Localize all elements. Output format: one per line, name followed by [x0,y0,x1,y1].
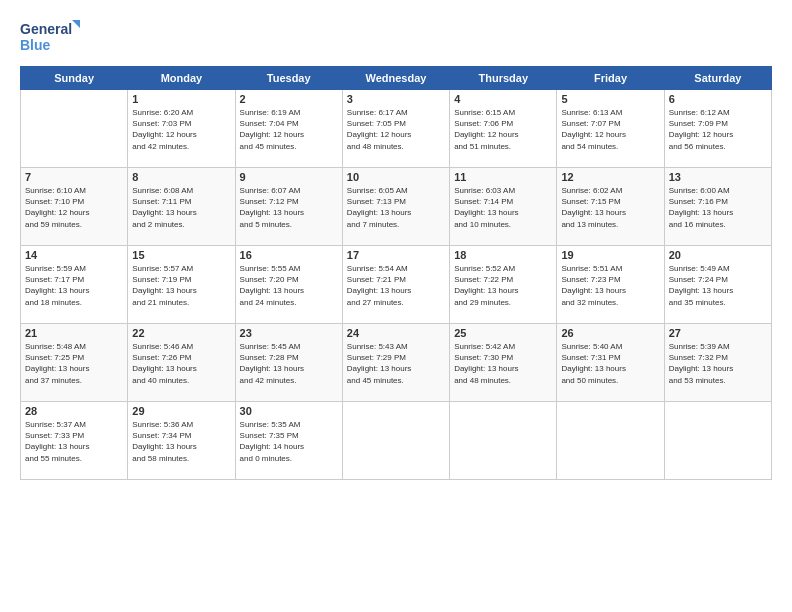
week-row-1: 1Sunrise: 6:20 AM Sunset: 7:03 PM Daylig… [21,90,772,168]
weekday-header-wednesday: Wednesday [342,67,449,90]
day-number: 19 [561,249,659,261]
day-number: 17 [347,249,445,261]
day-number: 1 [132,93,230,105]
day-number: 30 [240,405,338,417]
cell-info: Sunrise: 6:00 AM Sunset: 7:16 PM Dayligh… [669,185,767,230]
cell-info: Sunrise: 6:20 AM Sunset: 7:03 PM Dayligh… [132,107,230,152]
day-number: 27 [669,327,767,339]
weekday-header-friday: Friday [557,67,664,90]
calendar-cell: 23Sunrise: 5:45 AM Sunset: 7:28 PM Dayli… [235,324,342,402]
calendar-cell: 18Sunrise: 5:52 AM Sunset: 7:22 PM Dayli… [450,246,557,324]
cell-info: Sunrise: 5:57 AM Sunset: 7:19 PM Dayligh… [132,263,230,308]
day-number: 14 [25,249,123,261]
week-row-3: 14Sunrise: 5:59 AM Sunset: 7:17 PM Dayli… [21,246,772,324]
day-number: 13 [669,171,767,183]
day-number: 8 [132,171,230,183]
cell-info: Sunrise: 6:08 AM Sunset: 7:11 PM Dayligh… [132,185,230,230]
cell-info: Sunrise: 6:05 AM Sunset: 7:13 PM Dayligh… [347,185,445,230]
calendar-cell: 29Sunrise: 5:36 AM Sunset: 7:34 PM Dayli… [128,402,235,480]
calendar-cell: 4Sunrise: 6:15 AM Sunset: 7:06 PM Daylig… [450,90,557,168]
calendar-cell: 27Sunrise: 5:39 AM Sunset: 7:32 PM Dayli… [664,324,771,402]
cell-info: Sunrise: 5:36 AM Sunset: 7:34 PM Dayligh… [132,419,230,464]
calendar-cell: 20Sunrise: 5:49 AM Sunset: 7:24 PM Dayli… [664,246,771,324]
svg-text:Blue: Blue [20,37,51,53]
day-number: 28 [25,405,123,417]
weekday-header-tuesday: Tuesday [235,67,342,90]
cell-info: Sunrise: 5:43 AM Sunset: 7:29 PM Dayligh… [347,341,445,386]
cell-info: Sunrise: 6:15 AM Sunset: 7:06 PM Dayligh… [454,107,552,152]
cell-info: Sunrise: 5:51 AM Sunset: 7:23 PM Dayligh… [561,263,659,308]
day-number: 9 [240,171,338,183]
calendar-cell [342,402,449,480]
cell-info: Sunrise: 6:19 AM Sunset: 7:04 PM Dayligh… [240,107,338,152]
logo-svg: General Blue [20,18,80,56]
day-number: 6 [669,93,767,105]
day-number: 4 [454,93,552,105]
cell-info: Sunrise: 5:39 AM Sunset: 7:32 PM Dayligh… [669,341,767,386]
calendar-cell: 28Sunrise: 5:37 AM Sunset: 7:33 PM Dayli… [21,402,128,480]
weekday-header-sunday: Sunday [21,67,128,90]
calendar-cell: 6Sunrise: 6:12 AM Sunset: 7:09 PM Daylig… [664,90,771,168]
calendar-cell: 15Sunrise: 5:57 AM Sunset: 7:19 PM Dayli… [128,246,235,324]
day-number: 15 [132,249,230,261]
header: General Blue [20,18,772,56]
cell-info: Sunrise: 6:02 AM Sunset: 7:15 PM Dayligh… [561,185,659,230]
day-number: 12 [561,171,659,183]
calendar-cell: 1Sunrise: 6:20 AM Sunset: 7:03 PM Daylig… [128,90,235,168]
cell-info: Sunrise: 5:37 AM Sunset: 7:33 PM Dayligh… [25,419,123,464]
calendar-cell: 17Sunrise: 5:54 AM Sunset: 7:21 PM Dayli… [342,246,449,324]
calendar-cell: 21Sunrise: 5:48 AM Sunset: 7:25 PM Dayli… [21,324,128,402]
calendar-cell [450,402,557,480]
calendar-cell [664,402,771,480]
day-number: 29 [132,405,230,417]
logo: General Blue [20,18,80,56]
calendar-cell: 12Sunrise: 6:02 AM Sunset: 7:15 PM Dayli… [557,168,664,246]
cell-info: Sunrise: 6:12 AM Sunset: 7:09 PM Dayligh… [669,107,767,152]
calendar-table: SundayMondayTuesdayWednesdayThursdayFrid… [20,66,772,480]
calendar-cell [21,90,128,168]
cell-info: Sunrise: 5:52 AM Sunset: 7:22 PM Dayligh… [454,263,552,308]
cell-info: Sunrise: 5:46 AM Sunset: 7:26 PM Dayligh… [132,341,230,386]
cell-info: Sunrise: 6:13 AM Sunset: 7:07 PM Dayligh… [561,107,659,152]
calendar-cell: 19Sunrise: 5:51 AM Sunset: 7:23 PM Dayli… [557,246,664,324]
weekday-header-thursday: Thursday [450,67,557,90]
cell-info: Sunrise: 5:42 AM Sunset: 7:30 PM Dayligh… [454,341,552,386]
calendar-cell: 7Sunrise: 6:10 AM Sunset: 7:10 PM Daylig… [21,168,128,246]
calendar-cell: 9Sunrise: 6:07 AM Sunset: 7:12 PM Daylig… [235,168,342,246]
day-number: 10 [347,171,445,183]
calendar-cell: 30Sunrise: 5:35 AM Sunset: 7:35 PM Dayli… [235,402,342,480]
day-number: 18 [454,249,552,261]
cell-info: Sunrise: 5:54 AM Sunset: 7:21 PM Dayligh… [347,263,445,308]
weekday-header-monday: Monday [128,67,235,90]
calendar-cell: 25Sunrise: 5:42 AM Sunset: 7:30 PM Dayli… [450,324,557,402]
calendar-cell: 24Sunrise: 5:43 AM Sunset: 7:29 PM Dayli… [342,324,449,402]
day-number: 5 [561,93,659,105]
day-number: 2 [240,93,338,105]
calendar-cell: 5Sunrise: 6:13 AM Sunset: 7:07 PM Daylig… [557,90,664,168]
cell-info: Sunrise: 5:59 AM Sunset: 7:17 PM Dayligh… [25,263,123,308]
day-number: 11 [454,171,552,183]
day-number: 23 [240,327,338,339]
calendar-cell: 16Sunrise: 5:55 AM Sunset: 7:20 PM Dayli… [235,246,342,324]
svg-text:General: General [20,21,72,37]
cell-info: Sunrise: 5:45 AM Sunset: 7:28 PM Dayligh… [240,341,338,386]
cell-info: Sunrise: 6:03 AM Sunset: 7:14 PM Dayligh… [454,185,552,230]
svg-marker-2 [72,20,80,28]
cell-info: Sunrise: 6:10 AM Sunset: 7:10 PM Dayligh… [25,185,123,230]
day-number: 24 [347,327,445,339]
cell-info: Sunrise: 5:55 AM Sunset: 7:20 PM Dayligh… [240,263,338,308]
calendar-cell [557,402,664,480]
calendar-cell: 14Sunrise: 5:59 AM Sunset: 7:17 PM Dayli… [21,246,128,324]
calendar-cell: 26Sunrise: 5:40 AM Sunset: 7:31 PM Dayli… [557,324,664,402]
day-number: 21 [25,327,123,339]
day-number: 16 [240,249,338,261]
day-number: 26 [561,327,659,339]
cell-info: Sunrise: 5:35 AM Sunset: 7:35 PM Dayligh… [240,419,338,464]
calendar-cell: 3Sunrise: 6:17 AM Sunset: 7:05 PM Daylig… [342,90,449,168]
cell-info: Sunrise: 5:49 AM Sunset: 7:24 PM Dayligh… [669,263,767,308]
day-number: 20 [669,249,767,261]
day-number: 22 [132,327,230,339]
cell-info: Sunrise: 6:07 AM Sunset: 7:12 PM Dayligh… [240,185,338,230]
week-row-2: 7Sunrise: 6:10 AM Sunset: 7:10 PM Daylig… [21,168,772,246]
cell-info: Sunrise: 5:48 AM Sunset: 7:25 PM Dayligh… [25,341,123,386]
